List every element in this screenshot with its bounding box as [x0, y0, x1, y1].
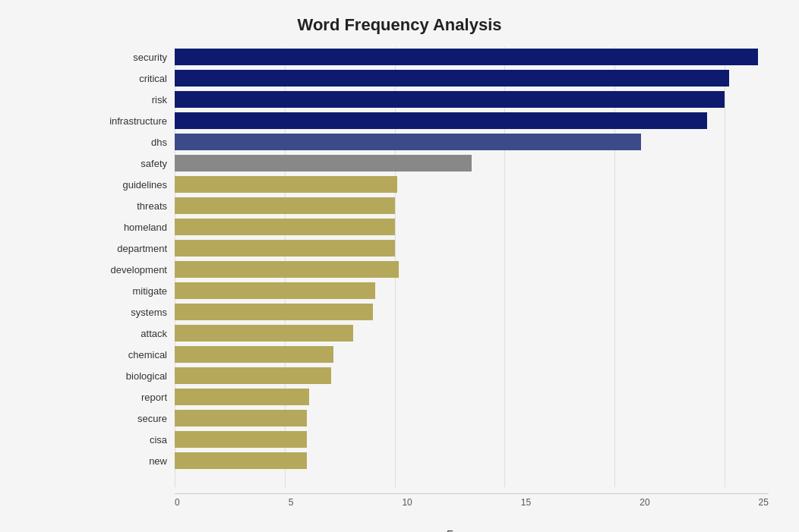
bar-row: homeland: [91, 217, 769, 237]
bar-fill: [175, 431, 307, 448]
bar-label: dhs: [91, 137, 175, 148]
bar-fill: [175, 219, 395, 235]
bar-label: infrastructure: [91, 115, 175, 127]
chart-title: Word Frequency Analysis: [30, 15, 769, 35]
bar-label: development: [91, 264, 175, 275]
bar-label: homeland: [91, 222, 175, 233]
chart-container: Word Frequency Analysis securitycritical…: [0, 0, 799, 532]
bar-fill: [175, 176, 397, 193]
bar-fill: [175, 261, 399, 278]
bar-fill: [175, 91, 725, 108]
bar-label: security: [91, 52, 175, 63]
bar-row: risk: [91, 90, 769, 109]
bar-row: chemical: [91, 345, 769, 364]
x-tick: 10: [402, 497, 412, 508]
bar-label: secure: [91, 413, 175, 424]
x-tick: 15: [521, 497, 531, 508]
bar-track: [175, 367, 769, 384]
bar-label: threats: [91, 200, 175, 212]
x-axis-area: 0510152025: [175, 493, 769, 524]
bar-label: mitigate: [91, 285, 175, 297]
bar-label: risk: [91, 94, 175, 105]
bar-track: [175, 261, 769, 278]
x-tick: 20: [640, 497, 649, 508]
bar-fill: [175, 70, 729, 87]
bar-track: [175, 134, 769, 150]
bar-track: [175, 282, 769, 299]
bar-row: mitigate: [91, 281, 769, 301]
x-axis-label: Frequency: [175, 528, 769, 532]
bar-fill: [175, 112, 707, 129]
bar-row: biological: [91, 366, 769, 386]
bar-fill: [175, 134, 641, 150]
bar-track: [175, 431, 769, 448]
x-ticks: 0510152025: [175, 494, 769, 508]
bar-fill: [175, 49, 758, 65]
bar-label: biological: [91, 370, 175, 382]
bar-track: [175, 304, 769, 320]
bar-fill: [175, 240, 395, 257]
bars-container: securitycriticalriskinfrastructuredhssaf…: [91, 47, 769, 471]
bar-track: [175, 197, 769, 214]
bar-fill: [175, 452, 307, 469]
bar-track: [175, 49, 769, 65]
bar-track: [175, 91, 769, 108]
bar-row: development: [91, 260, 769, 279]
bar-row: secure: [91, 408, 769, 428]
bar-label: department: [91, 243, 175, 254]
bar-track: [175, 346, 769, 363]
x-tick: 5: [289, 497, 294, 508]
bar-fill: [175, 389, 309, 405]
bar-label: attack: [91, 328, 175, 339]
bar-track: [175, 70, 769, 87]
bar-row: department: [91, 238, 769, 258]
bar-track: [175, 112, 769, 129]
bar-track: [175, 176, 769, 193]
bar-label: safety: [91, 158, 175, 169]
bar-fill: [175, 304, 373, 320]
bar-row: systems: [91, 302, 769, 322]
chart-area: securitycriticalriskinfrastructuredhssaf…: [91, 47, 769, 487]
bar-row: new: [91, 451, 769, 471]
bar-row: report: [91, 387, 769, 407]
bar-row: safety: [91, 153, 769, 173]
bar-fill: [175, 325, 353, 342]
bar-row: dhs: [91, 132, 769, 152]
bar-track: [175, 240, 769, 257]
bar-track: [175, 452, 769, 469]
bar-label: guidelines: [91, 179, 175, 190]
bar-row: guidelines: [91, 175, 769, 194]
bar-label: systems: [91, 307, 175, 318]
bar-row: infrastructure: [91, 111, 769, 131]
x-tick: 25: [759, 497, 769, 508]
bar-track: [175, 410, 769, 427]
bar-fill: [175, 346, 333, 363]
bar-row: critical: [91, 68, 769, 88]
bar-row: threats: [91, 196, 769, 216]
bar-track: [175, 219, 769, 235]
bar-label: cisa: [91, 434, 175, 445]
bar-row: cisa: [91, 430, 769, 449]
bar-label: report: [91, 392, 175, 403]
bar-track: [175, 155, 769, 172]
bar-fill: [175, 282, 375, 299]
bar-label: new: [91, 455, 175, 467]
bar-fill: [175, 155, 472, 172]
bar-fill: [175, 367, 331, 384]
x-tick: 0: [175, 497, 180, 508]
bar-row: attack: [91, 323, 769, 343]
bar-label: chemical: [91, 349, 175, 360]
bar-row: security: [91, 47, 769, 67]
bar-track: [175, 389, 769, 405]
bar-label: critical: [91, 73, 175, 84]
bar-fill: [175, 197, 395, 214]
bar-track: [175, 325, 769, 342]
bar-fill: [175, 410, 307, 427]
